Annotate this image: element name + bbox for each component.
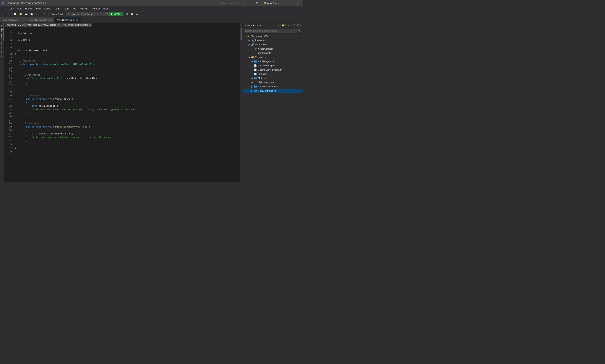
tree-asset-catalogs[interactable]: ▦ Asset Catalogs xyxy=(243,47,303,51)
platform-select[interactable]: iPhone iPad iPhoneSimulator xyxy=(84,13,106,15)
vertical-scrollbar[interactable] xyxy=(240,27,243,182)
chevron-down-icon: ▾ xyxy=(81,13,82,15)
line-numbers: 12345 678910 1112131415 1617181920 21222… xyxy=(4,27,13,182)
se-search-input[interactable] xyxy=(244,29,297,33)
menu-tools[interactable]: Tools xyxy=(62,7,71,10)
debug-tool-3[interactable]: ⏭ xyxy=(135,12,140,16)
se-pin-button[interactable]: 📌 xyxy=(296,24,299,27)
batch-build-button[interactable]: Batch Build... xyxy=(50,12,65,16)
menu-file[interactable]: File xyxy=(1,7,8,10)
tree-mainstoryboard-label: Main.storyboard xyxy=(258,81,275,84)
se-home-button[interactable]: ⌂ xyxy=(280,24,282,27)
method-selector[interactable]: ViewController(IntPtr handle) xyxy=(61,23,92,27)
open-button[interactable]: 📂 xyxy=(18,12,23,16)
tree-resources[interactable]: ▶ 📁 Resources xyxy=(243,55,303,59)
phonetranslator-expander-icon: ▶ xyxy=(251,86,254,88)
se-settings-button[interactable]: ⚙ xyxy=(294,24,296,27)
namespace-selector[interactable]: Phoneword_iOS xyxy=(5,23,25,27)
configuration-dropdown[interactable]: Debug Release ▾ xyxy=(66,12,83,16)
menu-build[interactable]: Build xyxy=(34,7,43,10)
tree-maincs[interactable]: ▶ C# Main.cs xyxy=(243,76,303,80)
redo-button[interactable]: ↪ xyxy=(43,12,48,16)
sidebar-document-outline[interactable]: Document Outline xyxy=(0,40,4,61)
tab-viewcontroller[interactable]: ViewController.cs ✕ xyxy=(55,17,81,23)
menu-debug[interactable]: Debug xyxy=(43,7,53,10)
tree-properties[interactable]: ▶ 🔧 Properties xyxy=(243,38,303,42)
run-button[interactable]: ▶ Device xyxy=(109,12,122,16)
tab-close-viewcontroller[interactable]: ✕ xyxy=(76,19,78,21)
undo-button[interactable]: ↩ xyxy=(38,12,42,16)
tree-gettingstarted[interactable]: 📄 GettingStarted.Xamarin xyxy=(243,68,303,72)
tree-infoplist[interactable]: 📄 Info.plist xyxy=(243,72,303,76)
se-filter-button[interactable]: ⧖ xyxy=(288,24,289,27)
minimize-button[interactable]: ─ xyxy=(280,1,286,5)
viewcontroller-expander-icon: ▶ xyxy=(251,90,254,92)
tree-phonetranslator[interactable]: ▶ C# PhoneTranslator.cs xyxy=(243,84,303,89)
back-button[interactable]: ← xyxy=(1,12,5,16)
tree-phonetranslator-label: PhoneTranslator.cs xyxy=(258,85,278,88)
se-close-button[interactable]: ✕ xyxy=(299,24,301,27)
tree-root[interactable]: ▼ ◈ Phoneword_iOS xyxy=(243,34,303,38)
tree-appdelegate[interactable]: ▶ C# AppDelegate.cs xyxy=(243,59,303,64)
vscroll-thumb[interactable] xyxy=(241,28,242,40)
maximize-button[interactable]: □ xyxy=(287,1,294,5)
user-info: 😊 Amy Burns xyxy=(263,2,279,4)
se-search-icon: 🔍 xyxy=(298,29,301,32)
resources-folder-icon: 📁 xyxy=(251,56,254,59)
solution-explorer-panel: Solution Explorer ↔ ⌂ 📁 ↻ ⧖ </> ⚙ 📌 ✕ 🔍 … xyxy=(243,23,303,182)
sidebar-server-explorer[interactable]: Server Explorer xyxy=(0,23,4,40)
maincs-icon: C# xyxy=(254,77,257,79)
user-emoji: 😊 xyxy=(263,2,266,4)
quick-launch-input[interactable] xyxy=(221,2,255,4)
tree-mainstoryboard[interactable]: ▶ 📱 Main.storyboard xyxy=(243,80,303,84)
debug-tool-1[interactable]: ⏸ xyxy=(125,12,129,16)
configuration-select[interactable]: Debug Release xyxy=(67,13,80,15)
save-button[interactable]: 💾 xyxy=(24,12,29,16)
menu-view[interactable]: View xyxy=(15,7,24,10)
tree-components[interactable]: ⬡ Components xyxy=(243,51,303,55)
window-controls: ─ □ ✕ xyxy=(280,1,301,5)
solution-explorer-title: Solution Explorer xyxy=(244,24,276,27)
tree-asset-catalogs-label: Asset Catalogs xyxy=(258,48,273,50)
se-sync-button[interactable]: ↔ xyxy=(277,24,280,27)
tree-entitlements[interactable]: 📄 Entitlements.plist xyxy=(243,64,303,68)
menu-edit[interactable]: Edit xyxy=(8,7,15,10)
tree-references[interactable]: ▶ 🔗 References xyxy=(243,42,303,47)
tab-bar: Main.storyboard GettingStarted.Xamarin V… xyxy=(0,17,303,23)
save-all-button[interactable]: 💾+ xyxy=(29,12,36,16)
tree-root-label: Phoneword_iOS xyxy=(251,35,268,37)
se-new-folder-button[interactable]: 📁 xyxy=(282,24,285,27)
infoplist-icon: 📄 xyxy=(254,73,257,75)
tree-entitlements-label: Entitlements.plist xyxy=(258,64,275,67)
toolbar-separator-3 xyxy=(49,12,49,16)
menu-team[interactable]: Team xyxy=(53,7,62,10)
menu-project[interactable]: Project xyxy=(24,7,34,10)
quick-launch-container[interactable]: 🔍 xyxy=(220,1,262,5)
tab-getting-started[interactable]: GettingStarted.Xamarin xyxy=(25,17,55,23)
expand-editor-button[interactable]: + xyxy=(240,23,242,27)
close-button[interactable]: ✕ xyxy=(295,1,301,5)
menu-test[interactable]: Test xyxy=(71,7,78,10)
class-selector[interactable]: Phoneword_iOS.ViewController xyxy=(26,23,60,27)
menu-window[interactable]: Window xyxy=(90,7,101,10)
menu-bar: File Edit View Project Build Debug Team … xyxy=(0,6,303,11)
editor-area: 12345 678910 1112131415 1617181920 21222… xyxy=(4,27,243,182)
new-project-button[interactable]: 📄 xyxy=(13,12,18,16)
appdelegate-cs-icon: C# xyxy=(254,60,257,63)
se-search-container: 🔍 xyxy=(243,28,303,34)
se-refresh-button[interactable]: ↻ xyxy=(285,24,287,27)
menu-analyze[interactable]: Analyze xyxy=(78,7,90,10)
tab-main-storyboard[interactable]: Main.storyboard xyxy=(0,17,25,23)
menu-help[interactable]: Help xyxy=(102,7,110,10)
tree-appdelegate-label: AppDelegate.cs xyxy=(258,60,274,63)
se-code-button[interactable]: </> xyxy=(290,24,293,27)
search-icon: 🔍 xyxy=(256,2,258,4)
toolbar-separator-4 xyxy=(124,12,124,16)
tree-viewcontroller[interactable]: ▶ C# ViewController.cs xyxy=(243,89,303,93)
properties-folder-icon: 🔧 xyxy=(251,39,254,42)
platform-dropdown[interactable]: iPhone iPad iPhoneSimulator ▾ xyxy=(83,12,109,16)
forward-button[interactable]: → xyxy=(6,12,11,16)
code-editor[interactable]: using System; using UIKit; namespace Pho… xyxy=(13,27,240,182)
debug-tool-2[interactable]: ⏹ xyxy=(130,12,134,16)
viewcontroller-icon: C# xyxy=(254,90,257,92)
